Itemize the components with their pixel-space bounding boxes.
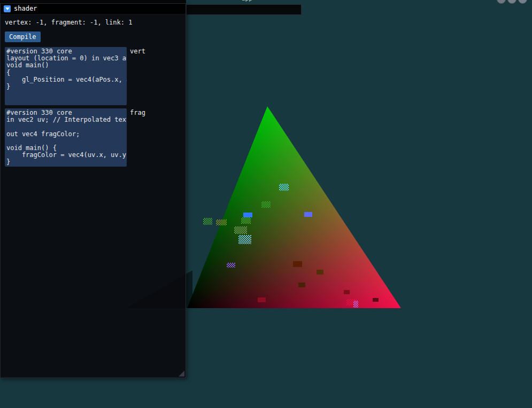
window-title: shader: [14, 4, 37, 14]
shader-window: shader vertex: -1, fragment: -1, link: 1…: [0, 3, 186, 378]
shader-window-titlebar[interactable]: shader: [1, 4, 186, 14]
glitch-artifact: [203, 218, 212, 225]
vertex-editor-row: #version 330 core layout (location = 0) …: [5, 47, 181, 105]
link-status-text: vertex: -1, fragment: -1, link: 1: [5, 19, 181, 26]
fragment-editor-label: frag: [130, 109, 145, 116]
compile-button[interactable]: Compile: [5, 32, 41, 42]
resize-grip[interactable]: [179, 371, 184, 376]
rendered-triangle: [187, 106, 401, 308]
vertex-shader-input[interactable]: #version 330 core layout (location = 0) …: [5, 47, 127, 105]
shader-window-content: vertex: -1, fragment: -1, link: 1 Compil…: [1, 14, 186, 173]
fragment-editor-row: #version 330 core in vec2 uv; // Interpo…: [5, 108, 181, 167]
chevron-down-icon: [5, 7, 10, 10]
collapse-button[interactable]: [4, 5, 11, 12]
vertex-editor-label: vert: [130, 48, 145, 55]
fragment-shader-input[interactable]: #version 330 core in vec2 uv; // Interpo…: [5, 108, 127, 167]
os-window-title: app: [242, 0, 274, 2]
desktop: { "colors": { "background": "#17383f", "…: [0, 0, 532, 408]
secondary-window-titlebar[interactable]: [186, 4, 302, 15]
